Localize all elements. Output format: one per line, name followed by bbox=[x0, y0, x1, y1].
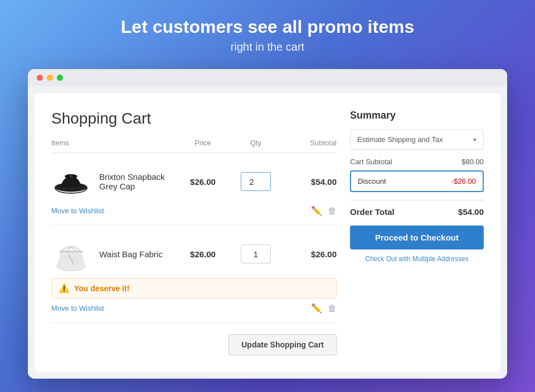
cart-item-1-row: Brixton Snapback Grey Cap $26.00 $54.00 bbox=[51, 162, 337, 201]
hat-svg-icon bbox=[53, 166, 89, 197]
item-1-qty-input[interactable] bbox=[241, 172, 271, 191]
col-subtotal: Subtotal bbox=[281, 139, 337, 147]
estimate-shipping-dropdown[interactable]: Estimate Shipping and Tax ▾ bbox=[350, 129, 484, 150]
order-total-label: Order Total bbox=[350, 207, 395, 217]
cart-subtotal-row: Cart Subtotal $80.00 bbox=[350, 158, 484, 166]
cart-subtotal-value: $80.00 bbox=[461, 158, 484, 166]
hero-title: Let customers see all promo items bbox=[121, 17, 414, 37]
item-2-subtotal: $26.00 bbox=[281, 249, 337, 259]
item-2-image bbox=[51, 234, 90, 273]
svg-rect-4 bbox=[59, 251, 83, 253]
window-close-dot[interactable] bbox=[37, 75, 43, 81]
browser-content: Shopping Cart Items Price Qty Subtotal bbox=[35, 93, 500, 372]
item-1-action-icons: ✏️ 🗑 bbox=[311, 205, 337, 216]
item-2-name: Waist Bag Fabric bbox=[99, 249, 163, 259]
item-2-action-icons: ✏️ 🗑 bbox=[311, 303, 337, 313]
discount-value: -$26.00 bbox=[451, 177, 476, 185]
item-2-price: $26.00 bbox=[175, 249, 231, 259]
browser-bar bbox=[28, 69, 507, 86]
item-2-qty-display: 1 bbox=[241, 244, 271, 263]
browser-window: Shopping Cart Items Price Qty Subtotal bbox=[28, 69, 507, 379]
cart-item-2-row: Waist Bag Fabric $26.00 1 $26.00 bbox=[51, 234, 337, 273]
item-1-edit-icon[interactable]: ✏️ bbox=[311, 205, 322, 216]
summary-divider bbox=[350, 200, 484, 200]
item-2-edit-icon[interactable]: ✏️ bbox=[311, 303, 322, 313]
promo-message: You deserve it! bbox=[74, 284, 129, 293]
discount-row: Discount -$26.00 bbox=[350, 170, 484, 192]
estimate-shipping-label: Estimate Shipping and Tax bbox=[357, 135, 443, 144]
col-items: Items bbox=[51, 139, 175, 147]
item-1-delete-icon[interactable]: 🗑 bbox=[328, 206, 337, 216]
window-maximize-dot[interactable] bbox=[57, 75, 63, 81]
cart-item-1: Brixton Snapback Grey Cap $26.00 $54.00 … bbox=[51, 153, 337, 226]
item-2-wishlist-link[interactable]: Move to Wishlist bbox=[51, 304, 104, 312]
cart-header: Items Price Qty Subtotal bbox=[51, 139, 337, 153]
bag-svg-icon bbox=[53, 236, 89, 272]
item-1-subtotal: $54.00 bbox=[281, 177, 337, 187]
hero-subtitle: right in the cart bbox=[121, 41, 414, 53]
cart-title: Shopping Cart bbox=[51, 110, 337, 128]
summary-title: Summary bbox=[350, 110, 484, 121]
col-price: Price bbox=[175, 139, 231, 147]
multi-address-link[interactable]: Check Out with Multiple Addresses bbox=[350, 255, 484, 263]
order-total-row: Order Total $54.00 bbox=[350, 207, 484, 217]
checkout-button[interactable]: Proceed to Checkout bbox=[350, 226, 484, 249]
chevron-down-icon: ▾ bbox=[473, 136, 476, 144]
hero-section: Let customers see all promo items right … bbox=[121, 17, 414, 53]
cart-main: Shopping Cart Items Price Qty Subtotal bbox=[51, 110, 337, 355]
col-qty: Qty bbox=[231, 139, 281, 147]
cart-item-2: Waist Bag Fabric $26.00 1 $26.00 ⚠️ You … bbox=[51, 226, 337, 323]
item-1-price: $26.00 bbox=[175, 177, 231, 187]
item-2-info: Waist Bag Fabric bbox=[51, 234, 175, 273]
window-minimize-dot[interactable] bbox=[47, 75, 53, 81]
item-1-info: Brixton Snapback Grey Cap bbox=[51, 162, 175, 201]
item-1-wishlist-link[interactable]: Move to Wishlist bbox=[51, 207, 104, 215]
summary-panel: Summary Estimate Shipping and Tax ▾ Cart… bbox=[350, 110, 484, 355]
update-cart-button[interactable]: Update Shopping Cart bbox=[228, 334, 337, 355]
promo-banner: ⚠️ You deserve it! bbox=[51, 278, 337, 298]
item-1-name: Brixton Snapback Grey Cap bbox=[99, 172, 175, 191]
svg-point-2 bbox=[69, 174, 73, 178]
order-total-value: $54.00 bbox=[458, 207, 484, 217]
cart-subtotal-label: Cart Subtotal bbox=[350, 158, 392, 166]
item-2-delete-icon[interactable]: 🗑 bbox=[328, 303, 337, 313]
item-1-image bbox=[51, 162, 90, 201]
discount-label: Discount bbox=[358, 177, 386, 185]
warning-icon: ⚠️ bbox=[59, 283, 70, 293]
item-2-actions: Move to Wishlist ✏️ 🗑 bbox=[51, 303, 337, 313]
item-1-actions: Move to Wishlist ✏️ 🗑 bbox=[51, 205, 337, 216]
